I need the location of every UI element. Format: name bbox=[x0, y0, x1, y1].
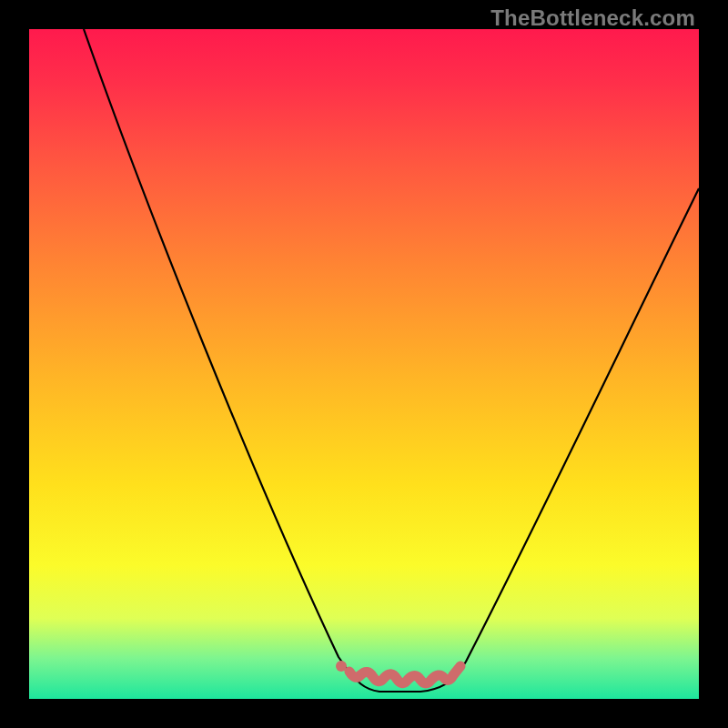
optimal-zone-marker bbox=[349, 666, 460, 683]
indicator-dot bbox=[336, 661, 347, 672]
chart-svg bbox=[29, 29, 699, 699]
bottleneck-curve bbox=[84, 29, 699, 692]
chart-frame: TheBottleneck.com bbox=[0, 0, 728, 728]
watermark-text: TheBottleneck.com bbox=[490, 5, 695, 31]
plot-area bbox=[29, 29, 699, 699]
